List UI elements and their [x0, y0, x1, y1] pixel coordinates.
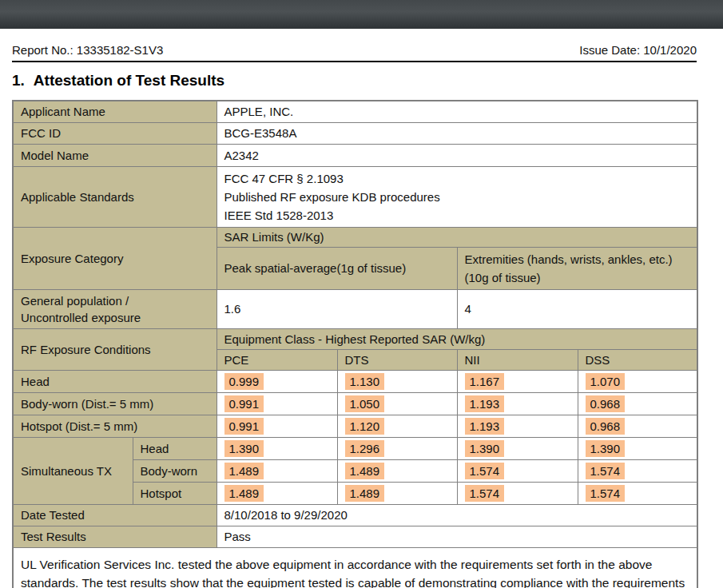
sar-value: 1.489	[224, 485, 264, 502]
table-row: RF Exposure Conditions Equipment Class -…	[13, 328, 697, 349]
sar-value: 1.050	[345, 395, 385, 412]
sar-value: 1.193	[465, 418, 505, 435]
fcc-id-value: BCG-E3548A	[217, 122, 697, 144]
applicant-name-value: APPLE, INC.	[217, 101, 697, 122]
column-header-dts: DTS	[337, 349, 457, 370]
table-row: Date Tested 8/10/2018 to 9/29/2020	[13, 504, 697, 526]
applicable-standards-label: Applicable Standards	[13, 166, 217, 227]
extremities-line-1: Extremities (hands, wrists, ankles, etc.…	[465, 250, 690, 268]
test-results-value: Pass	[217, 526, 697, 547]
attestation-statement: UL Verification Services Inc. tested the…	[13, 547, 697, 588]
equipment-class-header: Equipment Class - Highest Reported SAR (…	[217, 328, 697, 349]
sar-value: 1.296	[345, 440, 385, 457]
body-worn-row-label: Body-worn (Dist.= 5 mm)	[13, 392, 217, 415]
date-tested-value: 8/10/2018 to 9/29/2020	[217, 504, 697, 526]
sar-value: 1.193	[465, 395, 505, 412]
sar-value: 0.999	[224, 373, 264, 390]
head-row-label: Head	[13, 370, 217, 392]
limit-10g-value: 4	[457, 289, 697, 328]
model-name-label: Model Name	[13, 144, 217, 166]
table-row: Model Name A2342	[13, 144, 697, 166]
table-row: FCC ID BCG-E3548A	[13, 122, 697, 144]
sar-value: 1.574	[465, 463, 505, 479]
general-population-line-1: General population /	[21, 292, 209, 309]
page-title: 1.Attestation of Test Results	[12, 72, 697, 89]
standard-line-2: Published RF exposure KDB procedures	[224, 188, 690, 206]
fcc-id-label: FCC ID	[13, 122, 217, 144]
sar-value: 1.574	[586, 463, 626, 479]
report-header-line: Report No.: 13335182-S1V3 Issue Date: 10…	[12, 43, 697, 62]
table-row: Body-worn (Dist.= 5 mm) 0.991 1.050 1.19…	[13, 392, 697, 415]
viewer-chrome-bar	[0, 0, 723, 29]
sar-value: 1.390	[224, 440, 264, 457]
general-population-label: General population / Uncontrolled exposu…	[13, 289, 217, 328]
table-row: Applicant Name APPLE, INC.	[13, 101, 697, 122]
sar-value: 1.130	[345, 373, 385, 390]
hotspot-row-label: Hotspot (Dist.= 5 mm)	[13, 415, 217, 437]
sar-value: 0.991	[224, 418, 264, 435]
sar-limits-header: SAR Limits (W/Kg)	[217, 227, 697, 247]
column-header-nii: NII	[457, 349, 578, 370]
sar-limit-col-1g: Peak spatial-average(1g of tissue)	[217, 247, 457, 289]
document-page: Report No.: 13335182-S1V3 Issue Date: 10…	[12, 43, 697, 588]
sim-head-label: Head	[133, 437, 217, 459]
applicable-standards-value: FCC 47 CFR § 2.1093 Published RF exposur…	[217, 166, 697, 227]
date-tested-label: Date Tested	[13, 504, 217, 526]
standard-line-3: IEEE Std 1528-2013	[224, 206, 690, 224]
sar-value: 1.574	[465, 485, 505, 502]
sar-value: 1.390	[465, 440, 505, 457]
sar-value: 1.390	[586, 440, 626, 457]
sar-value: 0.968	[586, 418, 626, 435]
standard-line-1: FCC 47 CFR § 2.1093	[224, 169, 690, 188]
table-row: Simultaneous TX Head 1.390 1.296 1.390 1…	[13, 437, 697, 459]
sar-value: 1.489	[345, 463, 385, 479]
sar-value: 1.070	[586, 373, 626, 390]
sar-limit-col-10g: Extremities (hands, wrists, ankles, etc.…	[457, 247, 697, 289]
sar-value: 1.489	[345, 485, 385, 502]
table-row: Exposure Category SAR Limits (W/Kg)	[13, 227, 697, 247]
sim-hotspot-label: Hotspot	[133, 482, 217, 504]
sar-value: 1.167	[465, 373, 505, 390]
sim-body-worn-label: Body-worn	[133, 459, 217, 482]
general-population-line-2: Uncontrolled exposure	[21, 309, 209, 326]
column-header-dss: DSS	[578, 349, 697, 370]
model-name-value: A2342	[217, 144, 697, 166]
table-row: Head 0.999 1.130 1.167 1.070	[13, 370, 697, 392]
table-row: Test Results Pass	[13, 526, 697, 547]
rf-exposure-conditions-label: RF Exposure Conditions	[13, 328, 217, 370]
table-row: UL Verification Services Inc. tested the…	[13, 547, 697, 588]
table-row: General population / Uncontrolled exposu…	[13, 289, 697, 328]
test-results-label: Test Results	[13, 526, 217, 547]
extremities-line-2: (10g of tissue)	[465, 268, 690, 287]
sar-value: 1.574	[586, 485, 626, 502]
limit-1g-value: 1.6	[217, 289, 457, 328]
sar-value: 0.968	[586, 395, 626, 412]
section-title: Attestation of Test Results	[34, 72, 224, 89]
sar-value: 1.120	[345, 418, 385, 435]
simultaneous-tx-label: Simultaneous TX	[13, 437, 133, 504]
section-number: 1.	[12, 72, 25, 89]
exposure-category-label: Exposure Category	[13, 227, 217, 289]
table-row: Hotspot (Dist.= 5 mm) 0.991 1.120 1.193 …	[13, 415, 697, 437]
sar-value: 1.489	[224, 463, 264, 479]
report-number: Report No.: 13335182-S1V3	[12, 43, 163, 57]
column-header-pce: PCE	[217, 349, 337, 370]
applicant-name-label: Applicant Name	[13, 101, 217, 122]
attestation-table: Applicant Name APPLE, INC. FCC ID BCG-E3…	[12, 100, 698, 588]
table-row: Applicable Standards FCC 47 CFR § 2.1093…	[13, 166, 697, 227]
issue-date: Issue Date: 10/1/2020	[579, 43, 697, 57]
sar-value: 0.991	[224, 395, 264, 412]
